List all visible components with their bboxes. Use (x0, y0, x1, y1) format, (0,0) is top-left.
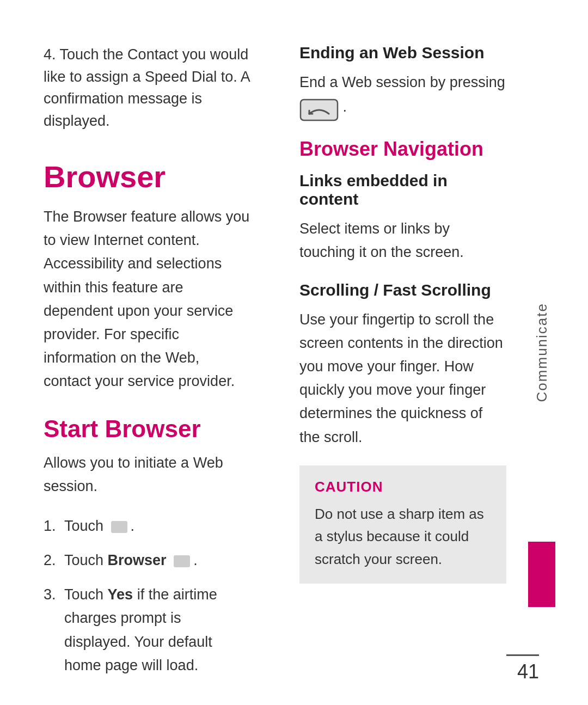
start-browser-section: Start Browser Allows you to initiate a W… (44, 415, 250, 678)
touch-icon-1 (111, 521, 127, 533)
step-2: 2. Touch Browser . (44, 549, 250, 572)
sidebar-tab: Communicate (528, 44, 555, 672)
ending-suffix: . (343, 99, 347, 115)
yes-bold: Yes (108, 586, 133, 603)
ending-description: End a Web session by pressing . (299, 71, 506, 121)
touch-icon-2 (174, 555, 190, 567)
caution-box: CAUTION Do not use a sharp item as a sty… (299, 465, 506, 584)
scrolling-title: Scrolling / Fast Scrolling (299, 281, 506, 299)
left-column: 4. Touch the Contact you would like to a… (44, 44, 267, 672)
step-3-text: Touch Yes if the airtime charges prompt … (64, 583, 250, 677)
right-column: Ending an Web Session End a Web session … (289, 44, 506, 672)
page-number: 41 (517, 660, 539, 683)
ending-title: Ending an Web Session (299, 44, 506, 62)
caution-title: CAUTION (315, 479, 491, 495)
sidebar-accent (528, 542, 555, 607)
links-section: Links embedded in content Select items o… (299, 171, 506, 264)
browser-bold: Browser (108, 552, 167, 568)
start-browser-title: Start Browser (44, 415, 250, 443)
step-1-text: Touch . (64, 514, 134, 538)
divider-line (506, 654, 539, 656)
links-title: Links embedded in content (299, 171, 506, 209)
browser-title: Browser (44, 159, 250, 194)
ending-prefix: End a Web session by pressing (299, 74, 505, 90)
step-3: 3. Touch Yes if the airtime charges prom… (44, 583, 250, 677)
step-2-text: Touch Browser . (64, 549, 198, 572)
main-content: 4. Touch the Contact you would like to a… (0, 0, 588, 705)
scrolling-description: Use your fingertip to scroll the screen … (299, 308, 506, 449)
browser-description: The Browser feature allows you to view I… (44, 205, 250, 394)
start-browser-description: Allows you to initiate a Web session. (44, 451, 250, 498)
scrolling-section: Scrolling / Fast Scrolling Use your fing… (299, 281, 506, 449)
browser-nav-title: Browser Navigation (299, 138, 506, 161)
caution-text: Do not use a sharp item as a stylus beca… (315, 503, 491, 571)
step-1: 1. Touch . (44, 514, 250, 538)
step-4-text: 4. Touch the Contact you would like to a… (44, 44, 250, 132)
sidebar-label: Communicate (534, 303, 550, 402)
browser-nav-section: Browser Navigation Links embedded in con… (299, 138, 506, 449)
ending-section: Ending an Web Session End a Web session … (299, 44, 506, 121)
browser-section: Browser The Browser feature allows you t… (44, 159, 250, 394)
end-key-icon (299, 99, 343, 115)
page-container: 4. Touch the Contact you would like to a… (0, 0, 588, 705)
links-description: Select items or links by touching it on … (299, 217, 506, 264)
